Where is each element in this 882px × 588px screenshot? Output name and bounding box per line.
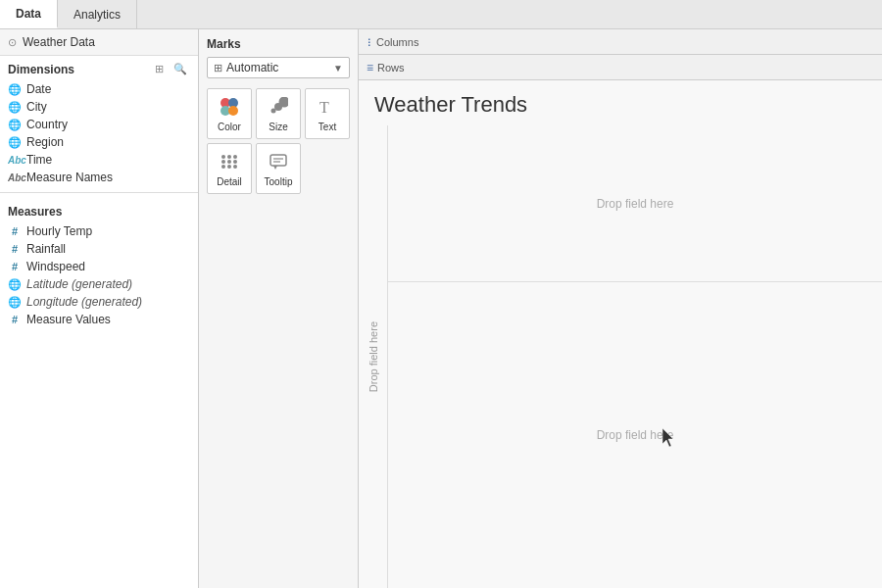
svg-point-15 (227, 165, 231, 169)
svg-marker-21 (662, 428, 673, 447)
tab-analytics[interactable]: Analytics (58, 0, 137, 28)
field-country[interactable]: 🌐 Country (4, 116, 194, 133)
svg-rect-17 (270, 155, 286, 166)
hash-globe-icon: 🌐 (8, 278, 22, 291)
datasource-icon: ⊙ (8, 36, 17, 49)
globe-icon: 🌐 (8, 101, 22, 114)
field-region[interactable]: 🌐 Region (4, 133, 194, 151)
datasource-name: Weather Data (23, 35, 95, 49)
field-date[interactable]: 🌐 Date (4, 80, 194, 98)
svg-point-8 (221, 155, 225, 159)
hash-globe-icon: 🌐 (8, 296, 22, 309)
svg-point-10 (233, 155, 237, 159)
dropdown-arrow-icon: ▼ (333, 63, 343, 74)
chart-left-shelf[interactable]: Drop field here (359, 125, 388, 588)
drop-field-top: Drop field here (597, 197, 674, 211)
dimensions-grid-icon[interactable]: ⊞ (152, 62, 167, 76)
size-icon (269, 97, 288, 120)
svg-point-9 (227, 155, 231, 159)
marks-type-label: Automatic (226, 61, 278, 74)
color-icon (220, 97, 239, 120)
drop-field-left: Drop field here (368, 321, 379, 392)
hash-icon: # (8, 225, 22, 237)
svg-text:T: T (319, 99, 329, 116)
marks-tooltip-button[interactable]: Tooltip (256, 143, 301, 194)
chart-area: Drop field here Drop field here Drop fie… (359, 125, 882, 588)
globe-icon: 🌐 (8, 119, 22, 131)
field-time[interactable]: Abc Time (4, 151, 194, 169)
dimensions-title: Dimensions (8, 63, 74, 76)
chart-top-row[interactable]: Drop field here (388, 125, 882, 282)
rows-shelf[interactable]: ≡ Rows (359, 55, 882, 80)
marks-text-button[interactable]: T Text (305, 88, 350, 139)
globe-icon: 🌐 (8, 83, 22, 96)
left-panel: ⊙ Weather Data Dimensions ⊞ 🔍 🌐 Date 🌐 C… (0, 29, 199, 588)
text-icon: T (318, 97, 337, 120)
tab-data[interactable]: Data (0, 0, 58, 28)
chart-title: Weather Trends (359, 80, 882, 125)
dimensions-search-icon[interactable]: 🔍 (171, 62, 190, 76)
globe-icon: 🌐 (8, 136, 22, 149)
svg-point-3 (228, 106, 238, 116)
field-rainfall[interactable]: # Rainfall (4, 240, 194, 258)
abc-icon: Abc (8, 155, 22, 166)
right-panel: ⫶ Columns ≡ Rows Weather Trends Drop fie… (359, 29, 882, 588)
marks-panel: Marks ⊞ Automatic ▼ Color (199, 29, 359, 588)
hash-icon: # (8, 314, 22, 325)
abc-icon: Abc (8, 172, 22, 183)
field-city[interactable]: 🌐 City (4, 98, 194, 116)
svg-point-12 (227, 160, 231, 164)
marks-color-button[interactable]: Color (207, 88, 252, 139)
top-tab-bar: Data Analytics (0, 0, 882, 29)
columns-icon: ⫶ (367, 35, 372, 49)
svg-marker-18 (273, 166, 277, 170)
main-layout: ⊙ Weather Data Dimensions ⊞ 🔍 🌐 Date 🌐 C… (0, 29, 882, 588)
detail-icon (220, 152, 239, 174)
chart-bottom-row[interactable]: Drop field here (388, 282, 882, 588)
field-longitude[interactable]: 🌐 Longitude (generated) (4, 293, 194, 311)
marks-type-dropdown[interactable]: ⊞ Automatic ▼ (207, 57, 350, 78)
hash-icon: # (8, 243, 22, 255)
svg-point-11 (221, 160, 225, 164)
measures-list: # Hourly Temp # Rainfall # Windspeed 🌐 L… (0, 222, 198, 328)
field-measure-names[interactable]: Abc Measure Names (4, 169, 194, 186)
dimensions-section-header: Dimensions ⊞ 🔍 (0, 56, 198, 80)
measures-section-header: Measures (0, 199, 198, 222)
marks-title: Marks (207, 37, 350, 51)
rows-icon: ≡ (367, 61, 373, 74)
cursor-pointer (662, 428, 678, 451)
svg-point-13 (233, 160, 237, 164)
field-latitude[interactable]: 🌐 Latitude (generated) (4, 275, 194, 293)
rows-label: ≡ Rows (367, 61, 425, 74)
marks-detail-button[interactable]: Detail (207, 143, 252, 194)
field-windspeed[interactable]: # Windspeed (4, 258, 194, 275)
columns-label: ⫶ Columns (367, 35, 425, 49)
chart-main: Drop field here Drop field here (388, 125, 882, 588)
field-measure-values[interactable]: # Measure Values (4, 311, 194, 328)
svg-point-16 (233, 165, 237, 169)
datasource-header[interactable]: ⊙ Weather Data (0, 29, 198, 56)
dimensions-list: 🌐 Date 🌐 City 🌐 Country 🌐 Region Abc Tim… (0, 80, 198, 186)
columns-shelf[interactable]: ⫶ Columns (359, 29, 882, 55)
section-divider (0, 192, 198, 193)
dimensions-icons: ⊞ 🔍 (152, 62, 190, 76)
tooltip-icon (269, 152, 288, 174)
hash-icon: # (8, 261, 22, 272)
marks-size-button[interactable]: Size (256, 88, 301, 139)
marks-buttons-grid: Color Size T (207, 88, 350, 194)
measures-title: Measures (8, 205, 62, 219)
svg-point-14 (221, 165, 225, 169)
field-hourly-temp[interactable]: # Hourly Temp (4, 222, 194, 240)
marks-type-icon: ⊞ (214, 62, 222, 74)
